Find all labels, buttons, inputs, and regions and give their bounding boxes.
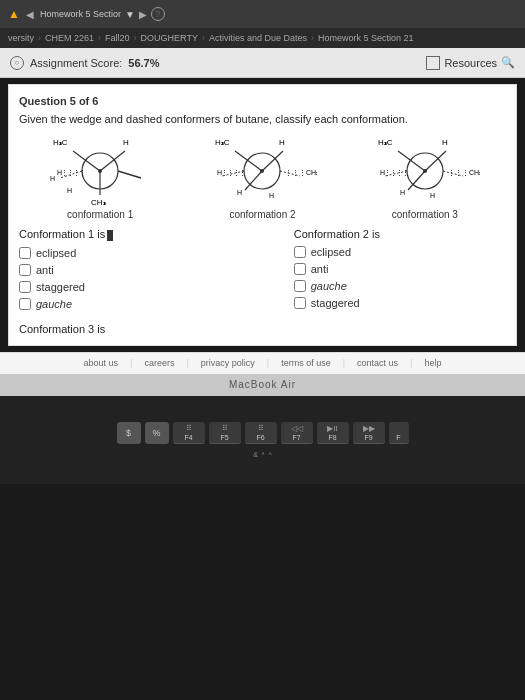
conformation-1-svg: H₃C H H bbox=[45, 133, 155, 205]
resources-label: Resources bbox=[444, 57, 497, 69]
conf2-option-gauche[interactable]: gauche bbox=[294, 280, 506, 292]
f7-icon: ◁◁ bbox=[291, 424, 303, 433]
conf1-option-gauche[interactable]: gauche bbox=[19, 298, 231, 310]
conformation-1-label: conformation 1 bbox=[67, 209, 133, 220]
key-extra[interactable]: F bbox=[389, 422, 409, 444]
conf1-label-staggered: staggered bbox=[36, 281, 85, 293]
conf2-checkbox-eclipsed[interactable] bbox=[294, 246, 306, 258]
conf1-checkbox-gauche[interactable] bbox=[19, 298, 31, 310]
conf1-checkbox-staggered[interactable] bbox=[19, 281, 31, 293]
breadcrumb-dougherty[interactable]: DOUGHERTY bbox=[141, 33, 198, 43]
conf2-label-eclipsed: eclipsed bbox=[311, 246, 351, 258]
conformations-row: H₃C H H bbox=[19, 133, 506, 220]
svg-text:H₃C: H₃C bbox=[378, 138, 393, 147]
macbook-label: MacBook Air bbox=[0, 374, 525, 396]
svg-text:CH₃: CH₃ bbox=[91, 198, 106, 205]
conf2-label-gauche: gauche bbox=[311, 280, 347, 292]
key-f5[interactable]: ⠿ F5 bbox=[209, 422, 241, 444]
svg-text:H: H bbox=[430, 192, 435, 199]
f6-label: F6 bbox=[256, 434, 264, 441]
conformation-3-svg: H₃C H H⋮⋮⋮⋮ ⋮⋮⋮CH₃ H H bbox=[370, 133, 480, 205]
conf1-option-eclipsed[interactable]: eclipsed bbox=[19, 247, 231, 259]
conf1-label-anti: anti bbox=[36, 264, 54, 276]
help-icon[interactable]: ? bbox=[151, 7, 165, 21]
svg-text:H: H bbox=[279, 138, 285, 147]
key-f4[interactable]: ⠿ F4 bbox=[173, 422, 205, 444]
breadcrumb-fall[interactable]: Fall20 bbox=[105, 33, 130, 43]
resources-button[interactable]: Resources 🔍 bbox=[426, 56, 515, 70]
score-icon: ○ bbox=[10, 56, 24, 70]
conf1-label-gauche: gauche bbox=[36, 298, 72, 310]
svg-text:⋮⋮⋮CH₃: ⋮⋮⋮CH₃ bbox=[285, 169, 317, 176]
footer-help[interactable]: help bbox=[424, 358, 441, 368]
resources-icon bbox=[426, 56, 440, 70]
conf2-checkbox-gauche[interactable] bbox=[294, 280, 306, 292]
cursor-1 bbox=[107, 230, 113, 241]
conformation-3-label: conformation 3 bbox=[392, 209, 458, 220]
homework-label: Homework 5 Sectior bbox=[40, 9, 121, 19]
footer-careers[interactable]: careers bbox=[144, 358, 174, 368]
forward-arrow[interactable]: ▶ bbox=[139, 9, 147, 20]
conf1-checkbox-anti[interactable] bbox=[19, 264, 31, 276]
f4-label: F4 bbox=[184, 434, 192, 441]
conf2-option-anti[interactable]: anti bbox=[294, 263, 506, 275]
conf2-option-staggered[interactable]: staggered bbox=[294, 297, 506, 309]
answers-grid: Conformation 1 is eclipsed anti staggere… bbox=[19, 228, 506, 315]
f5-label: F5 bbox=[220, 434, 228, 441]
keyboard: $ % ⠿ F4 ⠿ F5 ⠿ F6 ◁◁ F7 ▶II F8 ▶▶ F9 F bbox=[0, 396, 525, 484]
back-arrow[interactable]: ◀ bbox=[26, 9, 34, 20]
breadcrumb-versity[interactable]: versity bbox=[8, 33, 34, 43]
keyboard-caret: ^ bbox=[269, 451, 272, 458]
svg-text:H⋮⋮⋮⋮: H⋮⋮⋮⋮ bbox=[217, 169, 245, 176]
conformation-1-answers: Conformation 1 is eclipsed anti staggere… bbox=[19, 228, 231, 315]
svg-text:H: H bbox=[123, 138, 129, 147]
svg-text:H: H bbox=[237, 189, 242, 196]
dropdown-arrow[interactable]: ▼ bbox=[125, 9, 135, 20]
conf1-label-eclipsed: eclipsed bbox=[36, 247, 76, 259]
keyboard-bottom-row: $ % ⠿ F4 ⠿ F5 ⠿ F6 ◁◁ F7 ▶II F8 ▶▶ F9 F bbox=[117, 422, 409, 444]
footer-privacy[interactable]: privacy policy bbox=[201, 358, 255, 368]
percent-key[interactable]: % bbox=[145, 422, 169, 444]
svg-text:H⋮⋮⋮⋮: H⋮⋮⋮⋮ bbox=[380, 169, 408, 176]
conf1-option-staggered[interactable]: staggered bbox=[19, 281, 231, 293]
svg-text:⋮⋮⋮CH₃: ⋮⋮⋮CH₃ bbox=[448, 169, 480, 176]
conf1-checkbox-eclipsed[interactable] bbox=[19, 247, 31, 259]
f8-icon: ▶II bbox=[327, 424, 337, 433]
svg-text:H: H bbox=[50, 175, 55, 182]
conf2-checkbox-staggered[interactable] bbox=[294, 297, 306, 309]
f5-icon: ⠿ bbox=[222, 424, 228, 433]
conf2-option-eclipsed[interactable]: eclipsed bbox=[294, 246, 506, 258]
breadcrumb-activities[interactable]: Activities and Due Dates bbox=[209, 33, 307, 43]
breadcrumb-chem[interactable]: CHEM 2261 bbox=[45, 33, 94, 43]
footer-contact[interactable]: contact us bbox=[357, 358, 398, 368]
conf1-option-anti[interactable]: anti bbox=[19, 264, 231, 276]
conf2-checkbox-anti[interactable] bbox=[294, 263, 306, 275]
question-number: Question 5 of 6 bbox=[19, 95, 506, 107]
footer-terms[interactable]: terms of use bbox=[281, 358, 331, 368]
svg-text:H: H bbox=[67, 187, 72, 194]
f7-label: F7 bbox=[292, 434, 300, 441]
footer-links: about us | careers | privacy policy | te… bbox=[0, 352, 525, 374]
key-f8[interactable]: ▶II F8 bbox=[317, 422, 349, 444]
key-f6[interactable]: ⠿ F6 bbox=[245, 422, 277, 444]
footer-about[interactable]: about us bbox=[84, 358, 119, 368]
keyboard-amp: & bbox=[253, 451, 258, 458]
breadcrumb-homework[interactable]: Homework 5 Section 21 bbox=[318, 33, 414, 43]
svg-text:H: H bbox=[269, 192, 274, 199]
conf2-label-anti: anti bbox=[311, 263, 329, 275]
key-f7[interactable]: ◁◁ F7 bbox=[281, 422, 313, 444]
conformation-2-label: conformation 2 bbox=[229, 209, 295, 220]
assignment-score: ○ Assignment Score: 56.7% bbox=[10, 56, 160, 70]
keyboard-symbols-row: & * ^ bbox=[253, 451, 272, 458]
svg-text:H: H bbox=[442, 138, 448, 147]
top-bar: ○ Assignment Score: 56.7% Resources 🔍 bbox=[0, 48, 525, 78]
keyboard-star: * bbox=[262, 451, 265, 458]
svg-text:H₃C: H₃C bbox=[53, 138, 68, 147]
conformation-2-answers: Conformation 2 is eclipsed anti gauche s… bbox=[294, 228, 506, 315]
score-label: Assignment Score: bbox=[30, 57, 122, 69]
score-value: 56.7% bbox=[128, 57, 159, 69]
conf2-label-staggered: staggered bbox=[311, 297, 360, 309]
key-f9[interactable]: ▶▶ F9 bbox=[353, 422, 385, 444]
dollar-key[interactable]: $ bbox=[117, 422, 141, 444]
conformation-3-section: Conformation 3 is bbox=[19, 323, 506, 335]
